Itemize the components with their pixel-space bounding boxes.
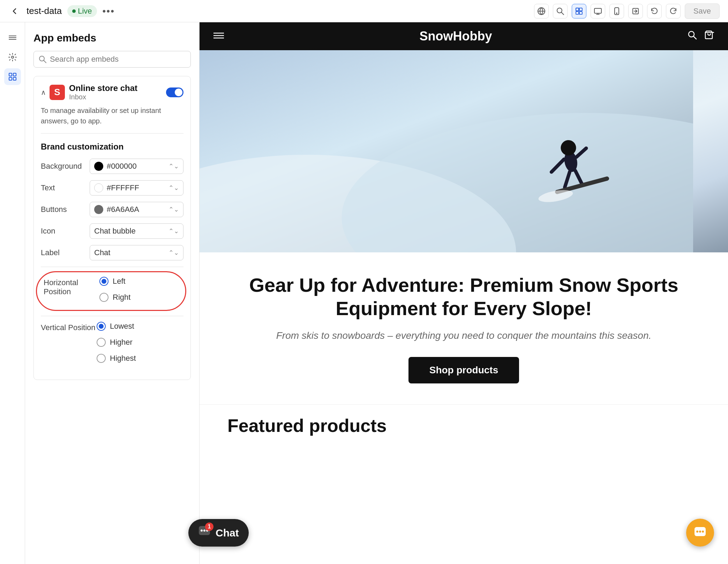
search-button[interactable]: [553, 4, 568, 18]
topbar: test-data Live ••• Save: [0, 0, 728, 22]
svg-rect-19: [13, 73, 16, 76]
mobile-view-button[interactable]: [609, 4, 624, 18]
svg-point-46: [696, 531, 698, 533]
select-mode-button[interactable]: [572, 4, 586, 18]
embed-subtitle: Inbox: [69, 93, 166, 101]
background-row: Background #000000 ⌃⌄: [41, 159, 183, 174]
embed-note: To manage availability or set up instant…: [41, 105, 183, 134]
horizontal-left-label: Left: [113, 277, 126, 286]
redo-button[interactable]: [666, 4, 681, 18]
svg-rect-7: [579, 12, 582, 14]
chat-button-right[interactable]: [686, 519, 714, 547]
horizontal-left-option[interactable]: Left: [99, 277, 130, 286]
vertical-higher-option[interactable]: Higher: [97, 338, 136, 347]
back-button[interactable]: [8, 5, 21, 17]
icon-select-arrows: ⌃⌄: [168, 227, 179, 235]
svg-rect-5: [579, 8, 582, 11]
svg-rect-8: [594, 8, 601, 13]
rail-settings-icon[interactable]: [4, 49, 21, 66]
label-select-row: Label Chat ⌃⌄: [41, 245, 183, 260]
vertical-position-options: Lowest Higher Highest: [97, 322, 136, 366]
more-options-button[interactable]: •••: [103, 6, 115, 17]
site-name: test-data: [27, 6, 62, 16]
live-dot: [72, 9, 76, 13]
svg-rect-6: [576, 12, 579, 14]
chat-notification-badge: 1: [205, 523, 213, 531]
rail-apps-icon[interactable]: [4, 68, 21, 85]
content-section: Gear Up for Adventure: Premium Snow Spor…: [200, 252, 728, 404]
svg-point-43: [203, 529, 205, 532]
background-color-value: #000000: [107, 162, 165, 171]
horizontal-right-radio[interactable]: [99, 293, 108, 302]
vertical-lowest-option[interactable]: Lowest: [97, 322, 136, 331]
chat-icon-wrapper: 1: [200, 525, 211, 540]
store-logo: SnowHobby: [420, 29, 492, 44]
horizontal-right-label: Right: [113, 293, 130, 302]
embed-name: Online store chat: [69, 83, 166, 93]
vertical-highest-label: Highest: [110, 354, 136, 363]
brand-customization-title: Brand customization: [41, 142, 183, 152]
buttons-color-row: Buttons #6A6A6A ⌃⌄: [41, 202, 183, 217]
search-input[interactable]: [50, 55, 186, 64]
hero-subtitle: From skis to snowboards – everything you…: [227, 328, 700, 343]
rail-layout-icon[interactable]: [4, 29, 21, 46]
buttons-color-select[interactable]: #6A6A6A ⌃⌄: [90, 202, 183, 217]
search-box[interactable]: [33, 51, 191, 68]
text-color-label: Text: [41, 183, 90, 192]
hero-image: [200, 50, 728, 252]
store-header-icons: [688, 30, 714, 43]
text-color-select[interactable]: #FFFFFF ⌃⌄: [90, 180, 183, 196]
topbar-left: test-data Live •••: [8, 5, 115, 17]
undo-button[interactable]: [647, 4, 662, 18]
svg-point-17: [12, 56, 14, 58]
vertical-highest-radio[interactable]: [97, 354, 106, 363]
left-panel: App embeds ∧ S Online store chat Inbox: [25, 22, 200, 564]
divider: [41, 267, 183, 267]
featured-title: Featured products: [227, 415, 700, 436]
vertical-highest-option[interactable]: Highest: [97, 354, 136, 363]
search-icon: [39, 55, 46, 63]
buttons-color-dot: [94, 205, 103, 214]
background-select-arrows: ⌃⌄: [168, 162, 179, 170]
preview-browser: SnowHobby: [200, 22, 728, 564]
background-color-select[interactable]: #000000 ⌃⌄: [90, 159, 183, 174]
vertical-lowest-label: Lowest: [110, 322, 134, 331]
svg-rect-21: [13, 77, 16, 80]
embed-toggle[interactable]: [166, 87, 183, 97]
desktop-view-button[interactable]: [591, 4, 605, 18]
svg-point-47: [699, 531, 701, 533]
embed-chevron-icon[interactable]: ∧: [41, 88, 46, 97]
icon-select-row: Icon Chat bubble ⌃⌄: [41, 223, 183, 239]
vertical-lowest-radio[interactable]: [97, 322, 106, 331]
svg-point-42: [201, 529, 203, 532]
globe-button[interactable]: [534, 4, 549, 18]
store-search-icon[interactable]: [688, 30, 697, 43]
hero-title: Gear Up for Adventure: Premium Snow Spor…: [227, 273, 700, 320]
brand-customization-section: Brand customization Background #000000 ⌃…: [41, 142, 183, 260]
embed-icon-letter: S: [54, 87, 60, 98]
label-select-arrows: ⌃⌄: [168, 249, 179, 257]
chat-widget[interactable]: 1 Chat: [200, 519, 249, 547]
save-button[interactable]: Save: [685, 3, 720, 19]
main-layout: App embeds ∧ S Online store chat Inbox: [0, 0, 728, 564]
share-button[interactable]: [628, 4, 643, 18]
text-color-value: #FFFFFF: [107, 183, 165, 192]
store-cart-icon[interactable]: [704, 30, 714, 43]
live-badge: Live: [67, 5, 97, 17]
label-select[interactable]: Chat ⌃⌄: [90, 245, 183, 260]
embed-info: Online store chat Inbox: [69, 83, 166, 101]
vertical-higher-label: Higher: [110, 338, 133, 347]
buttons-select-arrows: ⌃⌄: [168, 206, 179, 213]
background-color-dot: [94, 162, 103, 171]
horizontal-left-radio[interactable]: [99, 277, 108, 286]
shop-products-button[interactable]: Shop products: [408, 357, 519, 383]
embed-app-icon: S: [50, 85, 65, 100]
label-select-label: Label: [41, 248, 90, 257]
vertical-higher-radio[interactable]: [97, 338, 106, 347]
icon-select[interactable]: Chat bubble ⌃⌄: [90, 223, 183, 239]
horizontal-position-label: Horizontal Position: [44, 277, 99, 296]
horizontal-right-option[interactable]: Right: [99, 293, 130, 302]
store-menu-icon[interactable]: [213, 31, 224, 42]
toggle-knob: [175, 89, 182, 96]
svg-line-23: [44, 61, 46, 63]
